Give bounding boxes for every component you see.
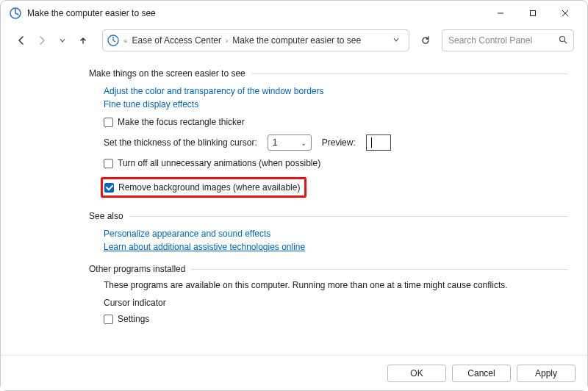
section-heading: See also <box>89 211 123 221</box>
search-icon <box>559 35 567 46</box>
cursor-preview <box>366 134 391 151</box>
app-icon <box>10 7 21 19</box>
checkbox-label: Make the focus rectangle thicker <box>118 117 245 127</box>
cursor-caret-icon <box>371 137 372 148</box>
minimize-button[interactable] <box>484 2 517 24</box>
control-panel-icon <box>107 35 119 46</box>
chevron-down-icon: ⌄ <box>301 139 306 147</box>
forward-button[interactable] <box>35 33 49 48</box>
checkbox-icon <box>104 118 113 127</box>
recent-locations-dropdown[interactable] <box>55 33 70 48</box>
titlebar: Make the computer easier to see <box>1 1 587 26</box>
svg-rect-1 <box>531 11 536 16</box>
back-button[interactable] <box>14 33 29 48</box>
breadcrumb-item-ease-of-access[interactable]: Ease of Access Center <box>132 35 221 46</box>
checkbox-remove-background[interactable]: Remove background images (where availabl… <box>104 182 300 193</box>
cursor-thickness-label: Set the thickness of the blinking cursor… <box>104 137 257 148</box>
search-input[interactable]: Search Control Panel <box>442 29 574 51</box>
section-heading: Other programs installed <box>89 264 185 274</box>
cursor-thickness-value: 1 <box>273 137 278 148</box>
checkbox-label: Remove background images (where availabl… <box>118 182 300 193</box>
checkbox-focus-rectangle[interactable]: Make the focus rectangle thicker <box>104 117 568 127</box>
refresh-button[interactable] <box>415 30 436 51</box>
checkbox-label: Turn off all unnecessary animations (whe… <box>118 158 320 168</box>
other-programs-description: These programs are available on this com… <box>104 280 568 290</box>
link-personalize[interactable]: Personalize appearance and sound effects <box>104 229 270 239</box>
window-frame: Make the computer easier to see <box>0 0 588 391</box>
checkbox-icon <box>104 183 114 193</box>
preview-label: Preview: <box>322 137 356 148</box>
cancel-button[interactable]: Cancel <box>452 365 511 382</box>
section-heading: Make things on the screen easier to see <box>89 68 245 79</box>
cursor-thickness-row: Set the thickness of the blinking cursor… <box>104 134 568 151</box>
dialog-footer: OK Cancel Apply <box>1 355 587 390</box>
search-placeholder: Search Control Panel <box>448 35 559 46</box>
ok-button[interactable]: OK <box>387 365 446 382</box>
link-adjust-borders[interactable]: Adjust the color and transparency of the… <box>104 86 324 96</box>
breadcrumb[interactable]: « Ease of Access Center › Make the compu… <box>102 29 409 51</box>
cursor-indicator-label: Cursor indicator <box>104 298 568 308</box>
highlighted-option: Remove background images (where availabl… <box>101 177 306 198</box>
window-title: Make the computer easier to see <box>27 8 156 18</box>
breadcrumb-root-chevrons[interactable]: « <box>123 37 128 45</box>
checkbox-icon <box>104 159 113 168</box>
section-make-things-easier: Make things on the screen easier to see <box>89 68 568 79</box>
breadcrumb-item-make-easier[interactable]: Make the computer easier to see <box>232 35 361 46</box>
checkbox-icon <box>104 315 113 324</box>
link-fine-tune[interactable]: Fine tune display effects <box>104 99 198 110</box>
section-see-also: See also <box>89 211 568 221</box>
up-button[interactable] <box>76 33 90 48</box>
checkbox-cursor-indicator-settings[interactable]: Settings <box>104 314 568 324</box>
section-other-programs: Other programs installed <box>89 264 568 274</box>
breadcrumb-dropdown[interactable] <box>388 35 404 46</box>
checkbox-label: Settings <box>118 314 149 324</box>
content-area: Make things on the screen easier to see … <box>1 55 587 355</box>
cursor-thickness-select[interactable]: 1 ⌄ <box>268 134 312 151</box>
close-button[interactable] <box>549 2 581 24</box>
apply-button[interactable]: Apply <box>517 365 576 382</box>
maximize-button[interactable] <box>517 2 549 24</box>
link-assistive-technologies[interactable]: Learn about additional assistive technol… <box>104 242 305 252</box>
nav-row: « Ease of Access Center › Make the compu… <box>1 26 587 55</box>
chevron-right-icon: › <box>226 37 228 45</box>
svg-point-3 <box>560 36 565 41</box>
checkbox-turn-off-animations[interactable]: Turn off all unnecessary animations (whe… <box>104 158 568 168</box>
